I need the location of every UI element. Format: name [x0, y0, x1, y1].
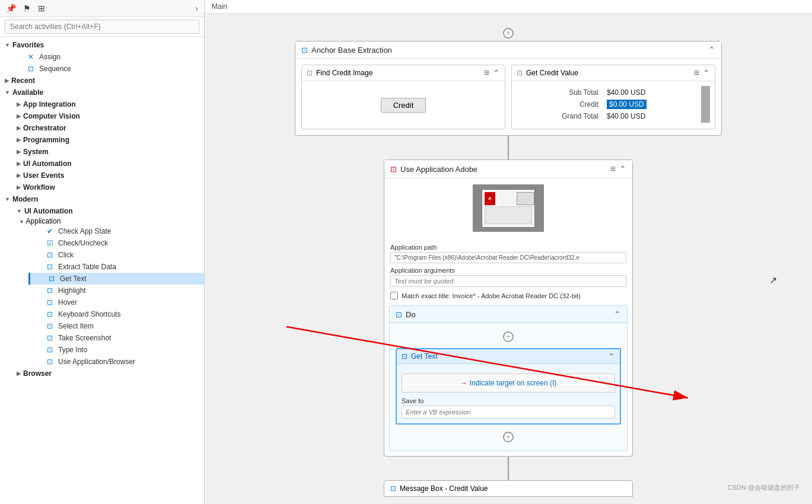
- section-recent: ▶ Recent: [0, 75, 204, 87]
- get-text-collapse-btn[interactable]: ⌃: [608, 352, 615, 361]
- sidebar-item-computer-vision[interactable]: ▶ Computer Vision: [9, 110, 204, 122]
- get-credit-body: Sub Total $40.00 USD Credit $0.00 USD Gr…: [512, 81, 715, 129]
- workflow-container: + ⊡ Anchor Base Extraction ⌃ ⊡: [283, 25, 734, 497]
- sidebar-item-ui-automation[interactable]: ▶ UI Automation: [9, 158, 204, 170]
- extract-table-label: Extract Table Data: [58, 263, 116, 271]
- check-app-state-label: Check App State: [58, 227, 111, 235]
- sidebar-item-type-into[interactable]: ⊡ Type Into: [28, 344, 204, 356]
- get-credit-menu-btn[interactable]: ≡: [694, 68, 700, 78]
- pin-icon[interactable]: 📌: [4, 2, 18, 14]
- find-credit-collapse-btn[interactable]: ⌃: [493, 68, 500, 78]
- use-app-icon: ⊡: [390, 165, 397, 174]
- type-into-icon: ⊡: [45, 346, 55, 354]
- collapse-icon[interactable]: ›: [193, 2, 200, 14]
- sidebar-item-workflow[interactable]: ▶ Workflow: [9, 181, 204, 193]
- sidebar-item-application[interactable]: ▼ Application: [19, 217, 204, 225]
- click-icon: ⊡: [45, 251, 55, 259]
- favorites-chevron: ▼: [5, 42, 10, 48]
- do-collapse-btn[interactable]: ⌃: [614, 310, 621, 319]
- sidebar-item-click[interactable]: ⊡ Click: [28, 249, 204, 261]
- sidebar-item-extract-table[interactable]: ⊡ Extract Table Data: [28, 261, 204, 273]
- sidebar-item-use-app-browser[interactable]: ⊡ Use Application/Browser: [28, 356, 204, 368]
- do-add-bottom-connector[interactable]: +: [503, 432, 514, 442]
- app-args-input[interactable]: [390, 275, 626, 287]
- get-text-activity-header: ⊡ Get Text ⌃: [397, 349, 620, 364]
- flag-icon[interactable]: ⚑: [21, 2, 33, 14]
- do-add-connector[interactable]: +: [503, 331, 514, 342]
- modern-ui-auto-children: ▼ Application ✔ Check App State ☑ Check/…: [9, 217, 204, 368]
- type-into-label: Type Into: [58, 346, 87, 354]
- use-app-title-area: ⊡ Use Application Adobe: [390, 165, 477, 174]
- sidebar-item-orchestrator[interactable]: ▶ Orchestrator: [9, 122, 204, 134]
- watermark: CSDN @会敲键盘的肘子: [728, 483, 800, 492]
- save-to-input[interactable]: [402, 406, 615, 419]
- use-app-body: A Application path Application arguments…: [384, 178, 632, 305]
- sidebar-item-sequence[interactable]: ⊡ Sequence: [9, 63, 204, 75]
- recent-label: Recent: [11, 76, 35, 85]
- app-red-logo: A: [485, 192, 495, 205]
- grid-icon[interactable]: ⊞: [36, 2, 47, 14]
- sidebar-item-hover[interactable]: ⊡ Hover: [28, 296, 204, 308]
- sidebar-item-modern-ui-automation[interactable]: ▼ UI Automation: [9, 205, 204, 217]
- sidebar-item-programming[interactable]: ▶ Programming: [9, 134, 204, 146]
- message-box-title: Message Box - Credit Value: [400, 484, 488, 493]
- sidebar-item-highlight[interactable]: ⊡ Highlight: [28, 285, 204, 296]
- sequence-icon: ⊡: [26, 65, 36, 73]
- sidebar-item-check-app-state[interactable]: ✔ Check App State: [28, 225, 204, 237]
- sidebar-item-take-screenshot[interactable]: ⊡ Take Screenshot: [28, 332, 204, 344]
- sidebar-toolbar: 📌 ⚑ ⊞ ›: [0, 0, 204, 17]
- highlight-icon: ⊡: [45, 286, 55, 295]
- do-title-area: ⊡ Do: [396, 310, 416, 319]
- sidebar-item-assign[interactable]: ✕ Assign: [9, 51, 204, 63]
- app-args-label: Application arguments: [390, 267, 626, 274]
- get-credit-collapse-btn[interactable]: ⌃: [703, 68, 710, 78]
- check-uncheck-label: Check/Uncheck: [58, 239, 108, 247]
- anchor-collapse-btn[interactable]: ⌃: [708, 45, 715, 55]
- sidebar-item-check-uncheck[interactable]: ☑ Check/Uncheck: [28, 237, 204, 249]
- search-input[interactable]: [5, 20, 199, 34]
- app-path-input[interactable]: [390, 252, 626, 263]
- sidebar-tree: ▼ Favorites ✕ Assign ⊡ Sequence ▶ Recent: [0, 37, 204, 504]
- do-section: ⊡ Do ⌃ +: [389, 305, 628, 451]
- match-exact-checkbox[interactable]: [390, 292, 398, 299]
- indicate-target-btn[interactable]: →Indicate target on screen (I): [402, 374, 615, 393]
- app-integration-chevron: ▶: [17, 101, 21, 107]
- available-header[interactable]: ▼ Available: [0, 87, 204, 98]
- find-credit-menu-btn[interactable]: ≡: [484, 68, 491, 78]
- modern-header[interactable]: ▼ Modern: [0, 193, 204, 205]
- find-credit-image-block: ⊡ Find Credit Image ≡ ⌃ Credit: [301, 65, 505, 129]
- sidebar-item-user-events[interactable]: ▶ User Events: [9, 170, 204, 181]
- modern-ui-auto-chevron: ▼: [17, 208, 22, 214]
- credit-button[interactable]: Credit: [381, 98, 426, 113]
- computer-vision-chevron: ▶: [17, 113, 21, 119]
- favorites-label: Favorites: [12, 41, 44, 49]
- sequence-label: Sequence: [39, 65, 71, 73]
- favorites-header[interactable]: ▼ Favorites: [0, 39, 204, 51]
- use-app-collapse-btn[interactable]: ⌃: [619, 164, 626, 174]
- grand-total-label: Grand Total: [518, 111, 602, 122]
- sidebar-item-app-integration[interactable]: ▶ App Integration: [9, 98, 204, 110]
- system-label: System: [23, 148, 49, 156]
- sidebar-item-browser[interactable]: ▶ Browser: [9, 368, 204, 379]
- anchor-inner: ⊡ Find Credit Image ≡ ⌃ Credit: [295, 59, 721, 135]
- canvas-area[interactable]: + ⊡ Anchor Base Extraction ⌃ ⊡: [205, 14, 812, 504]
- app-screenshot-thumbnail: A: [473, 184, 544, 232]
- connector-line-2: [508, 457, 509, 468]
- anchor-base-extraction-block: ⊡ Anchor Base Extraction ⌃ ⊡ Find Credit…: [295, 41, 722, 136]
- sidebar-item-get-text[interactable]: ⊡ Get Text: [28, 273, 204, 285]
- add-top-connector[interactable]: +: [503, 28, 514, 39]
- recent-header[interactable]: ▶ Recent: [0, 75, 204, 87]
- find-credit-header: ⊡ Find Credit Image ≡ ⌃: [302, 65, 505, 81]
- sidebar-item-keyboard-shortcuts[interactable]: ⊡ Keyboard Shortcuts: [28, 308, 204, 320]
- credit-values-table: Sub Total $40.00 USD Credit $0.00 USD Gr…: [517, 86, 694, 123]
- assign-label: Assign: [39, 53, 60, 61]
- sidebar-item-system[interactable]: ▶ System: [9, 146, 204, 158]
- match-exact-label: Match exact title: Invoice* - Adobe Acro…: [402, 292, 581, 299]
- available-groups: ▶ App Integration ▶ Computer Vision ▶ Or…: [0, 98, 204, 193]
- application-items: ✔ Check App State ☑ Check/Uncheck ⊡ Clic…: [19, 225, 204, 368]
- click-label: Click: [58, 251, 74, 259]
- sidebar-item-select-item[interactable]: ⊡ Select Item: [28, 320, 204, 332]
- use-app-menu-btn[interactable]: ≡: [610, 164, 617, 174]
- save-to-label: Save to: [402, 397, 615, 404]
- anchor-icon: ⊡: [301, 46, 308, 55]
